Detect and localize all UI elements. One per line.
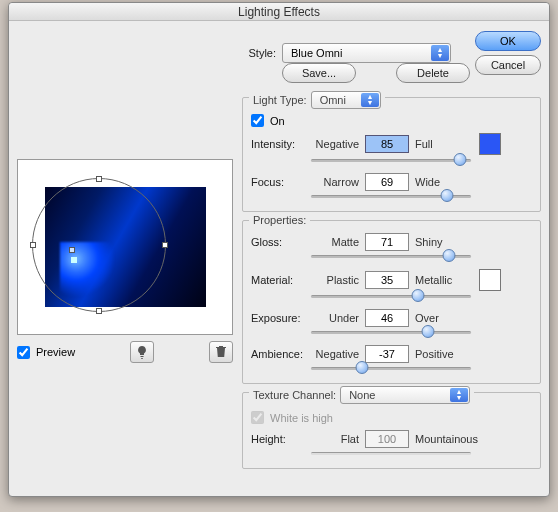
texture-group: Texture Channel: None ▴▾ White is high H… [242, 392, 541, 469]
light-on-label: On [270, 115, 285, 127]
light-type-value: Omni [320, 94, 346, 106]
preview-checkbox[interactable] [17, 346, 30, 359]
height-slider [311, 446, 471, 460]
gloss-slider[interactable] [311, 249, 471, 263]
style-combo[interactable]: Blue Omni ▴▾ [282, 43, 451, 63]
gizmo-handle-e[interactable] [162, 242, 168, 248]
texture-legend: Texture Channel: [253, 389, 336, 401]
intensity-neg: Negative [311, 138, 359, 150]
gizmo-handle-s[interactable] [96, 308, 102, 314]
material-label: Material: [251, 274, 305, 286]
intensity-slider[interactable] [311, 153, 471, 167]
style-label: Style: [242, 47, 276, 59]
gloss-pos: Shiny [415, 236, 469, 248]
material-input[interactable] [365, 271, 409, 289]
material-pos: Metallic [415, 274, 469, 286]
trash-icon[interactable] [209, 341, 233, 363]
texture-channel-combo[interactable]: None ▴▾ [340, 386, 470, 404]
white-is-high-label: White is high [270, 412, 333, 424]
height-label: Height: [251, 433, 305, 445]
properties-group: Properties: Gloss: Matte Shiny Material:… [242, 220, 541, 384]
ambience-slider[interactable] [311, 361, 471, 375]
delete-button[interactable]: Delete [396, 63, 470, 83]
gizmo-handle-n[interactable] [96, 176, 102, 182]
preview-label: Preview [36, 346, 75, 358]
exposure-label: Exposure: [251, 312, 305, 324]
gloss-neg: Matte [311, 236, 359, 248]
gloss-label: Gloss: [251, 236, 305, 248]
chevron-updown-icon: ▴▾ [431, 45, 449, 61]
exposure-slider[interactable] [311, 325, 471, 339]
intensity-pos: Full [415, 138, 469, 150]
material-neg: Plastic [311, 274, 359, 286]
height-pos: Mountainous [415, 433, 487, 445]
texture-channel-value: None [349, 389, 375, 401]
properties-legend: Properties: [249, 214, 310, 226]
height-neg: Flat [311, 433, 359, 445]
white-is-high-checkbox [251, 411, 264, 424]
lighting-effects-dialog: Lighting Effects Preview [8, 2, 550, 497]
material-slider[interactable] [311, 289, 471, 303]
ambience-neg: Negative [311, 348, 359, 360]
focus-label: Focus: [251, 176, 305, 188]
ambient-color-swatch[interactable] [479, 269, 501, 291]
focus-neg: Narrow [311, 176, 359, 188]
light-type-group: Light Type: Omni ▴▾ On Intensity: Negati… [242, 97, 541, 212]
chevron-updown-icon: ▴▾ [450, 388, 468, 402]
exposure-neg: Under [311, 312, 359, 324]
lightbulb-icon[interactable] [130, 341, 154, 363]
light-on-checkbox[interactable] [251, 114, 264, 127]
light-type-legend: Light Type: [253, 94, 307, 106]
light-color-swatch[interactable] [479, 133, 501, 155]
light-type-combo[interactable]: Omni ▴▾ [311, 91, 381, 109]
intensity-label: Intensity: [251, 138, 305, 150]
chevron-updown-icon: ▴▾ [361, 93, 379, 107]
preview-canvas[interactable] [17, 159, 233, 335]
intensity-input[interactable] [365, 135, 409, 153]
ambience-label: Ambience: [251, 348, 305, 360]
focus-pos: Wide [415, 176, 469, 188]
ambience-pos: Positive [415, 348, 469, 360]
window-title: Lighting Effects [9, 3, 549, 21]
style-value: Blue Omni [291, 47, 342, 59]
exposure-pos: Over [415, 312, 469, 324]
focus-slider[interactable] [311, 189, 471, 203]
gizmo-center[interactable] [69, 247, 75, 253]
ok-button[interactable]: OK [475, 31, 541, 51]
gizmo-handle-w[interactable] [30, 242, 36, 248]
light-gizmo[interactable] [32, 178, 166, 312]
save-button[interactable]: Save... [282, 63, 356, 83]
